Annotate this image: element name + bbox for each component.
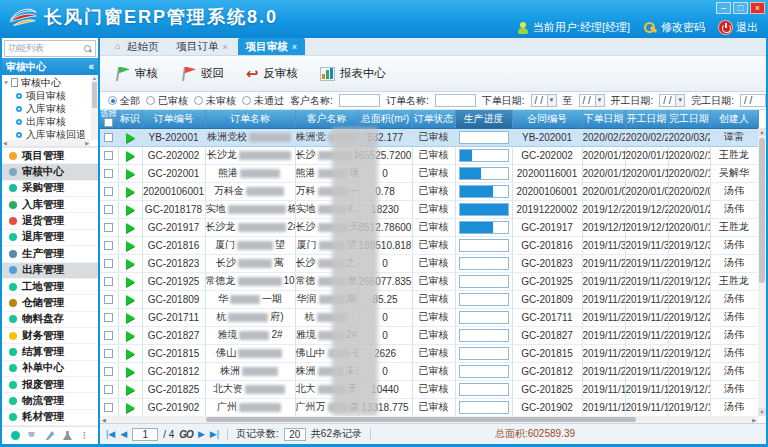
col-contract-no[interactable]: 合同编号 (512, 110, 582, 128)
go-button[interactable]: GO (179, 429, 193, 440)
filter-radio[interactable]: 全部 (108, 94, 140, 108)
minimize-button[interactable]: – (716, 2, 731, 14)
table-row[interactable]: GC-201827 雅境2# 雅境2# 0 已审核 GC-201827 2019… (100, 326, 758, 344)
sidebar-module-item[interactable]: 补单中心 (2, 361, 98, 377)
page-size-input[interactable]: 20 (284, 428, 306, 441)
status-dot-icon[interactable] (11, 431, 20, 440)
select-all-checkbox[interactable] (104, 118, 113, 127)
filter-radio[interactable]: 未通过 (242, 94, 284, 108)
tree-horizontal-scrollbar[interactable]: ◀▶ (2, 140, 90, 146)
chevron-down-icon[interactable]: ▼ (595, 95, 604, 106)
row-checkbox[interactable] (104, 133, 113, 142)
tab-project-audit[interactable]: 项目审核 × (238, 38, 305, 55)
sidebar-module-item[interactable]: 结算管理 (2, 344, 98, 360)
chevron-down-icon[interactable]: ▼ (675, 95, 684, 106)
tree-vertical-scrollbar[interactable]: ▲ (91, 75, 98, 140)
sidebar-module-item[interactable]: 审核中心 (2, 164, 98, 180)
start-date-input[interactable]: / /▼ (659, 94, 685, 107)
pen-icon[interactable] (46, 431, 55, 440)
col-area[interactable]: 总面积(m²) (358, 110, 412, 128)
sidebar-module-item[interactable]: 报废管理 (2, 377, 98, 393)
close-button[interactable]: × (750, 2, 765, 14)
filter-radio[interactable]: 已审核 (146, 94, 188, 108)
table-row[interactable]: GC-202002 长沙龙 长沙凤.. 65525.7200.. 已审核 GC-… (100, 146, 758, 164)
row-checkbox[interactable] (104, 367, 113, 376)
horizontal-scrollbar[interactable]: ◀▶ (100, 416, 758, 423)
order-date-input[interactable]: / /▼ (531, 94, 557, 107)
first-page-button[interactable]: |◀ (106, 429, 115, 439)
col-order-date[interactable]: 下单日期 (582, 110, 625, 128)
row-checkbox[interactable] (104, 169, 113, 178)
function-search-input[interactable]: 功能列表 (4, 40, 96, 57)
col-customer[interactable]: 客户名称 (295, 110, 358, 128)
close-tab-icon[interactable]: × (223, 42, 228, 52)
sidebar-module-item[interactable]: 入库管理 (2, 197, 98, 213)
table-row[interactable]: GC-201711 杭府) 杭 0 已审核 GC-201711 2019/11/… (100, 308, 758, 326)
customer-name-input[interactable] (339, 94, 380, 107)
table-row[interactable]: GC-201917 长沙龙2# 长沙天.. 8512.78600.. 已审核 G… (100, 218, 758, 236)
cart-icon[interactable] (28, 431, 37, 440)
row-checkbox[interactable] (104, 295, 113, 304)
sidebar-module-item[interactable]: 工地管理 (2, 279, 98, 295)
prev-page-button[interactable]: ◀ (120, 429, 127, 439)
table-row[interactable]: GC-201809 华一期 华润期 85.25 已审核 GC-201809 20… (100, 290, 758, 308)
table-row[interactable]: GC-201902 广州 广州万森林 13318.775 已审核 GC-2019… (100, 398, 758, 416)
page-number-input[interactable]: 1 (132, 428, 158, 441)
row-checkbox[interactable] (104, 151, 113, 160)
col-creator[interactable]: 创建人 (710, 110, 758, 128)
table-row[interactable]: GC-201816 厦门望 厦门望 188510.818 已审核 GC-2018… (100, 236, 758, 254)
row-checkbox[interactable] (104, 385, 113, 394)
row-checkbox[interactable] (104, 277, 113, 286)
sidebar-module-item[interactable]: 项目管理 (2, 148, 98, 164)
table-row[interactable]: GC-201815 佛山 佛山中仓库 2626 已审核 GC-201815 20… (100, 344, 758, 362)
col-progress[interactable]: 生产进度 (455, 110, 512, 128)
sidebar-module-item[interactable]: 生产管理 (2, 246, 98, 262)
unaudit-button[interactable]: ↩ 反审核 (242, 63, 302, 84)
sidebar-module-item[interactable]: 退库管理 (2, 230, 98, 246)
table-row[interactable]: GC-201812 株洲 株洲未来 0 已审核 GC-201812 2019/1… (100, 362, 758, 380)
next-page-button[interactable]: ▶ (198, 429, 205, 439)
tree-root-node[interactable]: ▾ 审核中心 (4, 76, 90, 89)
collapse-icon[interactable]: « (88, 61, 94, 72)
table-row[interactable]: GC-202001 熊港 熊港墙 0 已审核 20200116001 2020/… (100, 164, 758, 182)
last-page-button[interactable]: ▶| (210, 429, 219, 439)
table-row[interactable]: YB-202001 株洲党校 株洲党员.. 832.177 已审核 YB-202… (100, 128, 758, 146)
sidebar-module-item[interactable]: 退货管理 (2, 213, 98, 229)
sidebar-module-item[interactable]: 出库管理 (2, 263, 98, 279)
table-row[interactable]: GC-201823 长沙寓 长沙之.. 0 已审核 GC-201823 2019… (100, 254, 758, 272)
tree-expander-icon[interactable]: ▾ (4, 78, 8, 87)
vertical-scrollbar[interactable]: ▲▼ (758, 128, 766, 416)
row-checkbox[interactable] (104, 187, 113, 196)
filter-radio[interactable]: 未审核 (194, 94, 236, 108)
table-row[interactable]: GC-2018178 实地栋 实地#.. 18230 已审核 201912200… (100, 200, 758, 218)
row-checkbox[interactable] (104, 205, 113, 214)
tree-item[interactable]: 出库审核 (4, 115, 90, 128)
row-checkbox[interactable] (104, 241, 113, 250)
report-center-button[interactable]: 报表中心 (316, 63, 390, 84)
sidebar-module-item[interactable]: 仓储管理 (2, 295, 98, 311)
tab-project-orders[interactable]: 项目订单 × (169, 38, 236, 55)
scrollbar-thumb[interactable] (759, 138, 765, 283)
col-status[interactable]: 订单状态 (412, 110, 455, 128)
sidebar-module-item[interactable]: 财务管理 (2, 328, 98, 344)
sidebar-module-item[interactable]: 物流管理 (2, 393, 98, 409)
finish-date-input[interactable]: / / (740, 94, 766, 107)
col-finish-date[interactable]: 完工日期 (668, 110, 710, 128)
logout-button[interactable]: 退出 (719, 20, 758, 35)
col-order-no[interactable]: 订单编号 (142, 110, 205, 128)
change-password-button[interactable]: 修改密码 (644, 20, 705, 35)
row-checkbox[interactable] (104, 349, 113, 358)
chevron-down-icon[interactable]: ▼ (547, 95, 556, 106)
maximize-button[interactable]: □ (733, 2, 748, 14)
sidebar-module-item[interactable]: 物料盘存 (2, 312, 98, 328)
user-shortcut-icon[interactable] (63, 431, 72, 440)
audit-button[interactable]: 审核 (110, 63, 162, 85)
tree-item[interactable]: 入库审核 (4, 102, 90, 115)
close-tab-icon[interactable]: × (292, 42, 297, 52)
reject-button[interactable]: 驳回 (176, 63, 228, 85)
row-checkbox[interactable] (104, 259, 113, 268)
sidebar-module-item[interactable]: 耗材管理 (2, 410, 98, 426)
col-flag[interactable]: 标识 (118, 110, 142, 128)
table-row[interactable]: GC-201825 北大资 北大天.. 10440 已审核 GC-201825 … (100, 380, 758, 398)
more-icon[interactable]: ⋮ (81, 431, 90, 440)
